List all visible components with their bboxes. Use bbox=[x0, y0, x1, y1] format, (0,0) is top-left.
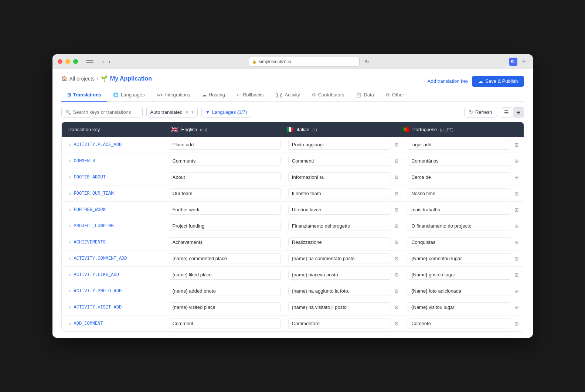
collapse-button[interactable]: ∧ bbox=[68, 272, 72, 277]
refresh-button[interactable]: ↻ Refresh bbox=[464, 107, 497, 117]
collapse-button[interactable]: ∧ bbox=[68, 304, 72, 310]
pt-action-button[interactable]: ⊞ bbox=[513, 206, 520, 214]
back-button[interactable]: ‹ bbox=[101, 58, 106, 66]
pt-action-button[interactable]: ⊞ bbox=[513, 287, 520, 295]
en-cell-6 bbox=[165, 234, 285, 250]
it-input[interactable] bbox=[288, 270, 391, 280]
pt-action-button[interactable]: ⊞ bbox=[513, 303, 520, 311]
pt-action-button[interactable]: ⊞ bbox=[513, 271, 520, 279]
collapse-button[interactable]: ∧ bbox=[68, 174, 72, 180]
pt-input[interactable] bbox=[408, 286, 511, 296]
tab-translations[interactable]: ⊞ Translations bbox=[61, 89, 108, 102]
pt-action-button[interactable]: ⊞ bbox=[513, 190, 520, 198]
it-input[interactable] bbox=[288, 140, 391, 150]
tab-languages[interactable]: 🌐 Languages bbox=[107, 89, 150, 102]
pt-action-button[interactable]: ⊞ bbox=[513, 141, 520, 149]
it-action-button[interactable]: ⚙ bbox=[393, 238, 400, 246]
forward-button[interactable]: › bbox=[107, 58, 112, 66]
pt-input[interactable] bbox=[408, 270, 511, 280]
it-input[interactable] bbox=[288, 172, 391, 182]
pt-input[interactable] bbox=[408, 205, 511, 215]
collapse-button[interactable]: ∧ bbox=[68, 158, 72, 164]
en-input[interactable] bbox=[169, 188, 281, 198]
it-action-button[interactable]: ⚙ bbox=[393, 271, 400, 279]
it-action-button[interactable]: ⚙ bbox=[393, 173, 400, 181]
pt-action-button[interactable]: ⊞ bbox=[513, 173, 520, 181]
collapse-button[interactable]: ∧ bbox=[68, 142, 72, 147]
pt-action-button[interactable]: ⊞ bbox=[513, 238, 520, 246]
reload-button[interactable]: ↻ bbox=[365, 59, 369, 65]
collapse-button[interactable]: ∧ bbox=[68, 288, 72, 294]
pt-action-button[interactable]: ⊞ bbox=[513, 157, 520, 165]
it-action-button[interactable]: ⚙ bbox=[393, 190, 400, 198]
it-input[interactable] bbox=[288, 318, 391, 328]
it-input[interactable] bbox=[288, 205, 391, 215]
list-view-button[interactable]: ☰ bbox=[501, 107, 512, 117]
tab-activity[interactable]: ((·)) Activity bbox=[269, 89, 306, 102]
en-input[interactable] bbox=[169, 237, 281, 247]
en-input[interactable] bbox=[169, 318, 281, 328]
tab-integrations[interactable]: </> Integrations bbox=[150, 89, 196, 102]
en-input[interactable] bbox=[169, 205, 281, 215]
maximize-button[interactable] bbox=[73, 59, 78, 64]
collapse-button[interactable]: ∧ bbox=[68, 223, 72, 229]
pt-input[interactable] bbox=[408, 318, 511, 328]
tab-contributors[interactable]: ⚙ Contributors bbox=[306, 89, 350, 102]
pt-input[interactable] bbox=[408, 253, 511, 263]
en-input[interactable] bbox=[169, 302, 281, 312]
collapse-button[interactable]: ∧ bbox=[68, 207, 72, 212]
minimize-button[interactable] bbox=[65, 59, 70, 64]
languages-filter[interactable]: ▼ Languages (3/7) bbox=[201, 107, 251, 117]
pt-action-button[interactable]: ⊞ bbox=[513, 222, 520, 230]
en-input[interactable] bbox=[169, 172, 281, 182]
it-action-button[interactable]: ⚙ bbox=[393, 320, 400, 328]
pt-input[interactable] bbox=[408, 156, 511, 166]
it-input[interactable] bbox=[288, 156, 391, 166]
pt-input[interactable] bbox=[408, 140, 511, 150]
tab-data[interactable]: 📋 Data bbox=[350, 89, 380, 102]
it-input[interactable] bbox=[288, 302, 391, 312]
it-action-button[interactable]: ⚙ bbox=[393, 157, 400, 165]
en-input[interactable] bbox=[169, 253, 281, 263]
it-input[interactable] bbox=[288, 286, 391, 296]
pt-input[interactable] bbox=[408, 302, 511, 312]
all-projects-link[interactable]: All projects bbox=[69, 76, 95, 82]
collapse-button[interactable]: ∧ bbox=[68, 191, 72, 196]
tab-other[interactable]: ⚙ Other bbox=[380, 89, 410, 102]
collapse-button[interactable]: ∧ bbox=[68, 321, 72, 326]
it-action-button[interactable]: ⚙ bbox=[393, 255, 400, 263]
pt-input[interactable] bbox=[408, 188, 511, 198]
pt-action-button[interactable]: ⊞ bbox=[513, 320, 520, 328]
it-input[interactable] bbox=[288, 188, 391, 198]
it-input[interactable] bbox=[288, 253, 391, 263]
add-translation-key-button[interactable]: + Add translation key bbox=[424, 78, 468, 84]
en-input[interactable] bbox=[169, 270, 281, 280]
it-action-button[interactable]: ⚙ bbox=[393, 206, 400, 214]
pt-input[interactable] bbox=[408, 237, 511, 247]
it-action-button[interactable]: ⚙ bbox=[393, 303, 400, 311]
pt-input[interactable] bbox=[408, 172, 511, 182]
it-input[interactable] bbox=[288, 221, 391, 231]
en-input[interactable] bbox=[169, 140, 281, 150]
en-input[interactable] bbox=[169, 156, 281, 166]
pt-input[interactable] bbox=[408, 221, 511, 231]
grid-view-button[interactable]: ⊞ bbox=[513, 107, 524, 117]
it-input[interactable] bbox=[288, 237, 391, 247]
search-input[interactable] bbox=[73, 109, 139, 115]
tab-hosting[interactable]: ☁ Hosting bbox=[196, 89, 231, 102]
it-action-button[interactable]: ⚙ bbox=[393, 287, 400, 295]
filter-remove-icon[interactable]: ✕ bbox=[185, 110, 189, 115]
new-tab-button[interactable]: + bbox=[520, 57, 528, 66]
close-button[interactable] bbox=[58, 59, 62, 64]
pt-action-button[interactable]: ⊞ bbox=[513, 255, 520, 263]
en-input[interactable] bbox=[169, 221, 281, 231]
tab-rollbacks[interactable]: ↩ Rollbacks bbox=[231, 89, 269, 102]
it-action-button[interactable]: ⚙ bbox=[393, 222, 400, 230]
collapse-button[interactable]: ∧ bbox=[68, 256, 72, 261]
sidebar-toggle[interactable] bbox=[85, 58, 95, 65]
it-action-button[interactable]: ⚙ bbox=[393, 141, 400, 149]
en-input[interactable] bbox=[169, 286, 281, 296]
save-publish-button[interactable]: ☁ Save & Publish bbox=[472, 76, 524, 87]
collapse-button[interactable]: ∧ bbox=[68, 239, 72, 245]
auto-translated-filter[interactable]: Auto translated ✕ ▾ bbox=[146, 107, 198, 117]
